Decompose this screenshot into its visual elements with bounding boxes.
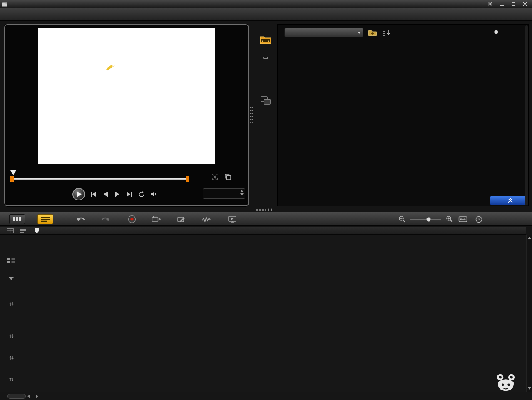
- maximize-button[interactable]: [510, 1, 516, 7]
- slider-track: [410, 219, 441, 220]
- timecode-spinner[interactable]: [240, 190, 244, 195]
- storyboard-view-button[interactable]: [9, 214, 25, 224]
- zoom-in-icon[interactable]: [444, 215, 455, 224]
- minimize-button[interactable]: [499, 1, 505, 7]
- title-track-swap-icon[interactable]: [9, 333, 14, 339]
- import-media-button[interactable]: [368, 28, 378, 37]
- track-list-icon[interactable]: [20, 228, 27, 233]
- timeline-bottom-bar: [0, 392, 532, 400]
- menu-bar: [0, 8, 532, 21]
- preview-panel: [4, 24, 249, 206]
- timeline-vertical-scrollbar[interactable]: [526, 235, 532, 392]
- zoom-out-icon[interactable]: [396, 215, 408, 224]
- painting-creator-button[interactable]: [176, 215, 187, 224]
- slider-knob[interactable]: [426, 217, 431, 222]
- seek-end-handle[interactable]: [186, 176, 189, 182]
- trim-controls: [200, 173, 231, 182]
- previous-frame-button[interactable]: [101, 190, 109, 198]
- panel-resize-handle-vertical[interactable]: [250, 106, 253, 123]
- timeline-view-button[interactable]: [37, 214, 53, 224]
- library-scrollbar[interactable]: [525, 25, 528, 205]
- videostudio-window: [0, 0, 532, 400]
- playback-mode-toggle: [45, 189, 69, 201]
- timeline-zoom-slider[interactable]: [410, 217, 441, 222]
- instant-project-button[interactable]: [226, 215, 238, 224]
- next-frame-button[interactable]: [113, 190, 122, 198]
- sort-clips-button[interactable]: [382, 28, 392, 37]
- project-duration-icon: [473, 215, 485, 224]
- window-controls: [487, 1, 528, 7]
- title-bar: [0, 0, 532, 8]
- show-all-visible-tracks-icon[interactable]: [7, 228, 14, 233]
- go-to-start-button[interactable]: [89, 190, 97, 198]
- clip-mode-button[interactable]: [45, 195, 69, 201]
- transitions-icon[interactable]: [263, 57, 268, 59]
- watermark: [495, 372, 522, 393]
- trim-marker-icon[interactable]: [10, 170, 16, 175]
- divider: [17, 395, 17, 398]
- repeat-button[interactable]: [137, 190, 146, 198]
- gallery-dropdown[interactable]: [284, 28, 363, 37]
- corel-connect-icon[interactable]: [487, 1, 493, 7]
- project-mode-button[interactable]: [45, 189, 69, 195]
- overlay-track-swap-icon[interactable]: [9, 301, 14, 307]
- play-button[interactable]: [72, 188, 85, 200]
- voice-track-swap-icon[interactable]: [9, 355, 14, 360]
- slider-knob[interactable]: [494, 30, 498, 34]
- play-icon: [77, 191, 82, 197]
- scroll-up-icon[interactable]: [528, 237, 531, 239]
- scroll-down-icon[interactable]: [528, 387, 531, 390]
- collapse-tracks-icon[interactable]: [9, 277, 14, 280]
- slider-track: [485, 32, 512, 32]
- playhead-line: [37, 233, 37, 389]
- timeline-toolbar: [0, 212, 532, 226]
- redo-button[interactable]: [100, 215, 112, 224]
- fit-timeline-icon[interactable]: [457, 215, 469, 224]
- split-clip-icon[interactable]: [211, 173, 219, 182]
- chevron-down-icon: [355, 28, 363, 37]
- sound-mixer-button[interactable]: [201, 215, 212, 224]
- close-button[interactable]: [522, 1, 528, 7]
- wukong-logo-icon: [495, 372, 517, 393]
- timeline-zoom-preset-button[interactable]: [7, 394, 26, 399]
- undo-button[interactable]: [75, 215, 87, 224]
- options-button[interactable]: [490, 196, 527, 205]
- double-chevron-up-icon: [507, 198, 513, 203]
- batch-convert-button[interactable]: [151, 215, 162, 224]
- pencil-stroke: [106, 65, 113, 71]
- music-track-swap-icon[interactable]: [9, 377, 14, 382]
- timeline-ruler[interactable]: [0, 227, 526, 235]
- enlarge-preview-icon[interactable]: [224, 173, 231, 182]
- preview-timecode[interactable]: [203, 188, 245, 199]
- transport-controls: [89, 190, 158, 198]
- scroll-left-icon[interactable]: [27, 395, 30, 398]
- track-manager-icon[interactable]: [7, 257, 16, 264]
- track-area: [0, 235, 532, 392]
- graphic-library-icon[interactable]: [260, 96, 271, 105]
- app-logo-icon: [2, 1, 7, 7]
- record-capture-button[interactable]: [126, 215, 138, 224]
- library-panel: [277, 24, 529, 206]
- thumbnail-size-slider[interactable]: [485, 30, 512, 35]
- preview-canvas: [38, 28, 215, 164]
- seek-handle[interactable]: [10, 176, 14, 182]
- library-category-strip: [254, 24, 277, 206]
- media-library-icon[interactable]: [259, 35, 272, 45]
- scroll-right-icon[interactable]: [36, 395, 38, 398]
- seek-bar[interactable]: [12, 178, 188, 180]
- panel-resize-handle-horizontal[interactable]: [256, 208, 274, 211]
- volume-icon[interactable]: [149, 190, 158, 198]
- go-to-end-button[interactable]: [125, 190, 134, 198]
